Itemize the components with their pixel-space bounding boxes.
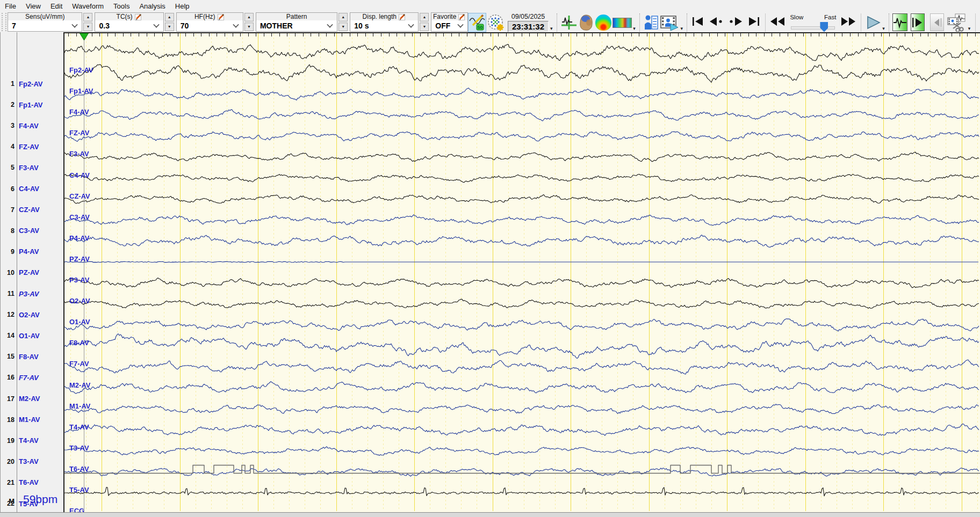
spin-down-button[interactable]: ▼ (338, 23, 348, 31)
hf-hz--combobox[interactable]: 70 (177, 20, 243, 31)
channel-row-cz-av[interactable]: 7CZ-AV (1, 205, 64, 215)
analysis-dropdown-caret[interactable]: ▾ (633, 26, 636, 31)
spin-down-button[interactable]: ▼ (244, 23, 254, 31)
channel-row-t3-av[interactable]: 20T3-AV (1, 457, 64, 467)
channel-number: 12 (1, 311, 15, 318)
trace-label-f7-av: F7-AV (69, 360, 89, 368)
video-cut-icon (947, 13, 967, 32)
wave-measure-button[interactable] (560, 13, 578, 32)
window-bottom-strip (0, 512, 980, 517)
patient-info-button[interactable] (643, 13, 659, 32)
toolbar-separator (639, 13, 640, 32)
eeg-waveform-canvas[interactable] (64, 32, 980, 512)
spin-down-button[interactable]: ▼ (165, 23, 174, 31)
channel-row-p4-av[interactable]: 9P4-AV (1, 247, 64, 257)
spin-up-button[interactable]: ▲ (420, 13, 429, 21)
channel-label: C3-AV (19, 227, 39, 235)
favorite-combobox[interactable]: OFF (431, 20, 467, 31)
menu-view[interactable]: View (21, 1, 46, 11)
menu-analysis[interactable]: Analysis (134, 1, 170, 11)
play-button[interactable] (866, 13, 882, 32)
trace-label-t5-av: T5-AV (69, 486, 89, 494)
video-dropdown-caret[interactable]: ▾ (680, 26, 683, 31)
spin-up-button[interactable]: ▲ (338, 13, 348, 21)
play-dropdown-caret[interactable]: ▾ (882, 26, 885, 31)
channel-label: T4-AV (19, 436, 39, 445)
toolbar-separator (557, 13, 558, 32)
montage-settings-button[interactable] (486, 13, 506, 32)
wave-review-button[interactable] (892, 13, 907, 31)
channel-row-p3-av[interactable]: 11P3-AV (1, 289, 64, 298)
channel-row-m2-av[interactable]: 17M2-AV (1, 394, 64, 404)
toolbar-grip[interactable] (2, 13, 6, 31)
trace-label-m1-av: M1-AV (69, 402, 90, 410)
spin-up-button[interactable]: ▲ (244, 13, 254, 21)
channel-number: 11 (1, 290, 15, 297)
channel-row-t5-av[interactable]: 22T5-AV (1, 499, 64, 508)
disp-length-combobox[interactable]: 10 s (350, 20, 418, 31)
video-playback-button[interactable] (659, 13, 680, 32)
toolbar-group-hf-hz-: HF(Hz)70 (176, 12, 243, 32)
channel-label: Fp2-AV (19, 80, 43, 88)
menu-tools[interactable]: Tools (109, 1, 134, 11)
slider-groove[interactable] (791, 26, 835, 30)
page-forward-button[interactable] (727, 16, 744, 29)
trace-label-t4-av: T4-AV (69, 423, 89, 431)
channel-row-fp2-av[interactable]: 1Fp2-AV (1, 79, 64, 89)
skip-end-button[interactable] (747, 16, 761, 29)
pencil-edit-icon (135, 13, 142, 20)
sens-uv-mm--combobox[interactable]: 7 (8, 20, 82, 31)
tc-s--combobox[interactable]: 0.3 (95, 20, 163, 31)
channel-number: 10 (1, 269, 15, 276)
rewind-button[interactable] (769, 16, 786, 29)
channel-row-t4-av[interactable]: 19T4-AV (1, 436, 64, 446)
topography-button[interactable] (595, 13, 612, 32)
notch-filter-button[interactable]: 50 (468, 13, 486, 32)
datetime-dropdown-caret[interactable]: ▾ (550, 26, 553, 31)
channel-row-f4-av[interactable]: 3F4-AV (1, 121, 64, 130)
channel-row-c4-av[interactable]: 6C4-AV (1, 184, 64, 194)
channel-row-o2-av[interactable]: 12O2-AV (1, 310, 64, 319)
trace-label-t3-av: T3-AV (69, 444, 89, 452)
group-label: Pattern (256, 13, 337, 20)
head-3d-button[interactable] (578, 13, 595, 32)
menu-waveform[interactable]: Waveform (67, 1, 109, 11)
menu-edit[interactable]: Edit (46, 1, 67, 11)
channel-row-o1-av[interactable]: 14O1-AV (1, 331, 64, 340)
pencil-edit-icon (218, 13, 225, 20)
spin-up-button[interactable]: ▲ (83, 13, 92, 21)
channel-row-fp1-av[interactable]: 2Fp1-AV (1, 100, 64, 110)
menu-help[interactable]: Help (170, 1, 194, 11)
fast-forward-button[interactable] (840, 16, 856, 29)
waveform-panel[interactable]: Fp2-AVFp1-AVF4-AVFZ-AVF3-AVC4-AVCZ-AVC3-… (63, 32, 980, 512)
channel-row-m1-av[interactable]: 18M1-AV (1, 415, 64, 425)
channel-row-c3-av[interactable]: 8C3-AV (1, 226, 64, 236)
group-label: Disp. length (350, 13, 418, 20)
channel-row-f3-av[interactable]: 5F3-AV (1, 163, 64, 172)
channel-row-pz-av[interactable]: 10PZ-AV (1, 268, 64, 278)
wave-review-icon (893, 17, 907, 28)
channel-number: 3 (1, 122, 15, 129)
channel-row-f7-av[interactable]: 16F7-AV (1, 373, 64, 382)
channel-label: M2-AV (19, 395, 40, 403)
pattern-combobox[interactable]: MOTHER (256, 20, 337, 31)
speed-slider[interactable]: Slow Fast (790, 14, 836, 33)
spin-up-button[interactable]: ▲ (165, 13, 174, 21)
channel-label: T6-AV (19, 478, 39, 486)
montage-electrodes-icon (487, 14, 505, 31)
skip-start-button[interactable] (691, 16, 705, 29)
menu-file[interactable]: File (0, 1, 21, 11)
play-mode-button[interactable] (911, 13, 925, 31)
video-cut-button[interactable] (946, 13, 968, 32)
spin-down-button[interactable]: ▼ (420, 23, 429, 31)
toolbar-group-disp-length: Disp. length10 s (350, 12, 419, 32)
channel-row-fz-av[interactable]: 4FZ-AV (1, 142, 64, 151)
page-back-button[interactable] (708, 16, 724, 29)
channel-row-f8-av[interactable]: 15F8-AV (1, 352, 64, 361)
videocut-dropdown-caret[interactable]: ▾ (968, 26, 971, 31)
group-label: HF(Hz) (177, 13, 243, 20)
channel-row-t6-av[interactable]: 21T6-AV (1, 478, 64, 487)
spin-down-button[interactable]: ▼ (83, 23, 92, 31)
dsa-trend-button[interactable] (612, 13, 632, 32)
slider-thumb[interactable] (820, 22, 828, 32)
